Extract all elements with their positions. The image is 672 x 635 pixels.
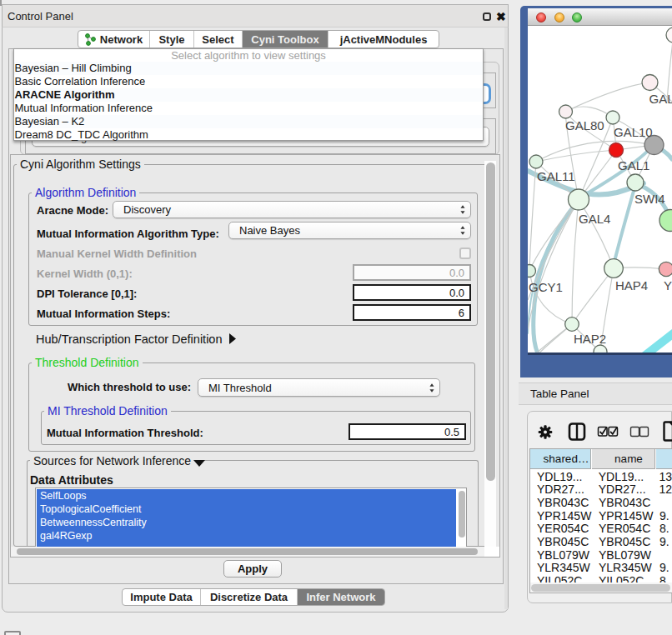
svg-text:HAP2: HAP2: [574, 332, 606, 346]
svg-text:GAL10: GAL10: [614, 125, 653, 139]
svg-text:GAL80: GAL80: [565, 118, 604, 132]
svg-text:HAP4: HAP4: [615, 278, 648, 292]
svg-text:GAL1: GAL1: [618, 158, 649, 172]
svg-text:GAL4: GAL4: [579, 212, 610, 226]
svg-text:GAL2: GAL2: [649, 92, 672, 106]
svg-text:SWI4: SWI4: [634, 192, 665, 206]
svg-text:YM: YM: [664, 278, 672, 292]
svg-text:GAL11: GAL11: [537, 169, 575, 183]
svg-text:GCY1: GCY1: [529, 280, 563, 294]
